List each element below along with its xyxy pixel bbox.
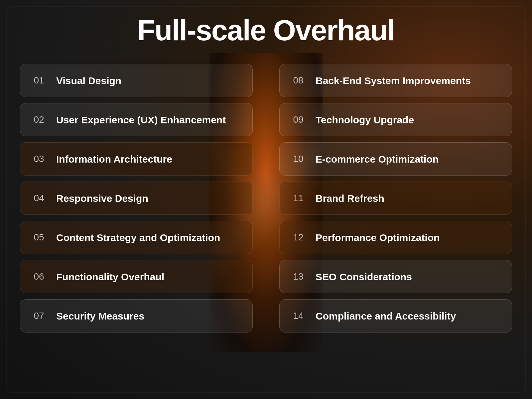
item-label: Functionality Overhaul [56, 270, 164, 283]
item-number: 14 [290, 311, 306, 321]
item-number: 12 [290, 232, 306, 243]
list-item: 03Information Architecture [20, 142, 253, 176]
item-number: 07 [31, 311, 47, 321]
list-item: 13SEO Considerations [279, 260, 512, 293]
list-item: 08Back-End System Improvements [279, 64, 512, 97]
item-number: 10 [290, 154, 306, 164]
list-item: 07Security Measures [20, 299, 253, 332]
item-number: 03 [31, 154, 47, 164]
item-number: 04 [31, 193, 47, 203]
item-number: 11 [290, 193, 306, 203]
page-wrapper: Full-scale Overhaul 01Visual Design08Bac… [0, 0, 532, 399]
item-label: Technology Upgrade [316, 113, 414, 126]
list-item: 04Responsive Design [20, 182, 253, 215]
list-item: 06Functionality Overhaul [20, 260, 253, 293]
item-label: Information Architecture [56, 153, 172, 166]
list-item: 02User Experience (UX) Enhancement [20, 103, 253, 136]
item-label: Brand Refresh [316, 192, 384, 205]
item-label: E-commerce Optimization [316, 153, 439, 166]
item-label: Compliance and Accessibility [316, 310, 456, 323]
list-item: 10E-commerce Optimization [279, 142, 512, 176]
item-label: Content Strategy and Optimization [56, 231, 220, 244]
list-item: 11Brand Refresh [279, 182, 512, 215]
list-item: 12Performance Optimization [279, 221, 512, 254]
item-label: SEO Considerations [316, 270, 412, 283]
item-number: 09 [290, 114, 306, 125]
item-number: 02 [31, 114, 47, 125]
item-label: Performance Optimization [316, 231, 440, 244]
item-number: 13 [290, 271, 306, 282]
item-label: Responsive Design [56, 192, 148, 205]
item-label: Back-End System Improvements [316, 74, 471, 87]
item-number: 08 [290, 75, 306, 86]
list-item: 05Content Strategy and Optimization [20, 221, 253, 254]
list-item: 01Visual Design [20, 64, 253, 97]
content-grid: 01Visual Design08Back-End System Improve… [20, 64, 512, 332]
item-number: 06 [31, 271, 47, 282]
item-label: Security Measures [56, 310, 144, 323]
list-item: 14Compliance and Accessibility [279, 299, 512, 332]
page-title: Full-scale Overhaul [137, 13, 395, 47]
item-number: 01 [31, 75, 47, 86]
item-number: 05 [31, 232, 47, 243]
item-label: User Experience (UX) Enhancement [56, 113, 226, 126]
item-label: Visual Design [56, 74, 121, 87]
list-item: 09Technology Upgrade [279, 103, 512, 136]
